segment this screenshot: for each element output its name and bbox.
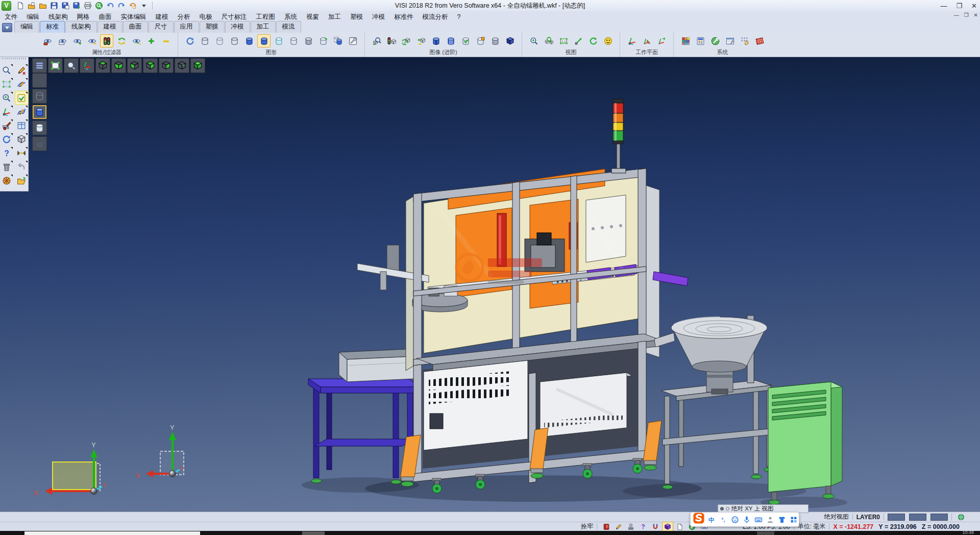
workplane-move-icon[interactable] xyxy=(655,34,668,47)
edit-attributes-icon[interactable] xyxy=(613,522,624,531)
ime-skin-icon[interactable] xyxy=(765,515,775,525)
mdi-restore-button[interactable]: ❐ xyxy=(964,12,969,18)
green-cabinet[interactable] xyxy=(768,382,842,505)
save-as-icon[interactable] xyxy=(60,1,70,11)
select-frame-icon[interactable] xyxy=(0,77,14,91)
tab-modeling[interactable]: 建模 xyxy=(97,21,122,33)
workplane-edit-icon[interactable] xyxy=(640,34,653,47)
validate-view-icon[interactable] xyxy=(459,34,472,47)
insert-file-icon[interactable] xyxy=(38,1,48,11)
view-iso-icon[interactable] xyxy=(175,58,189,73)
new-file-icon[interactable] xyxy=(15,1,26,11)
actual-size-icon[interactable]: 1:1 xyxy=(557,34,570,47)
dashed-hidden-mode-icon[interactable] xyxy=(228,34,241,47)
signal-tower[interactable] xyxy=(611,99,626,173)
zoom-dynamic-icon[interactable] xyxy=(0,91,14,105)
more-commands-icon[interactable] xyxy=(139,1,149,11)
perspective-icon[interactable] xyxy=(601,34,615,47)
workplane-icon[interactable] xyxy=(625,34,639,47)
ime-emoji-icon[interactable] xyxy=(730,515,740,525)
hidden-line-mode-icon[interactable] xyxy=(213,34,226,47)
shaded-edges-mode-icon[interactable] xyxy=(257,34,271,47)
attributes-paint-icon[interactable] xyxy=(41,34,54,47)
hatched-mode-icon[interactable] xyxy=(302,34,315,47)
add-image-icon[interactable] xyxy=(370,34,383,47)
ime-punctuation-icon[interactable]: °, xyxy=(718,515,728,525)
undo-step-icon[interactable] xyxy=(15,160,29,174)
ime-lang-zh-icon[interactable]: 中 xyxy=(706,515,717,525)
solid-cube-icon[interactable] xyxy=(503,34,517,47)
snap-icon[interactable] xyxy=(650,522,661,531)
edit-curve-icon[interactable] xyxy=(15,77,29,91)
show-all-icon[interactable] xyxy=(144,34,158,47)
render-shaded-icon[interactable] xyxy=(32,105,47,119)
doc-state-icon[interactable] xyxy=(674,522,685,531)
taskbar-window-segment[interactable] xyxy=(24,531,200,535)
menu-die[interactable]: 冲模 xyxy=(368,12,389,22)
globe-icon[interactable] xyxy=(955,512,967,522)
measure-icon[interactable] xyxy=(15,146,29,160)
save-icon[interactable] xyxy=(49,1,59,11)
navigator-icon[interactable] xyxy=(0,174,14,187)
ime-keyboard-icon[interactable] xyxy=(753,515,764,525)
export-icon[interactable] xyxy=(71,1,82,11)
grid-snap-icon[interactable] xyxy=(738,34,751,47)
regenerate-solid-icon[interactable] xyxy=(316,34,330,47)
ucs-icon[interactable] xyxy=(662,522,673,531)
layer-swatch-3[interactable] xyxy=(930,514,948,521)
taskbar-segment[interactable] xyxy=(302,531,325,535)
solid-view-icon[interactable] xyxy=(429,34,443,47)
active-layer-label[interactable]: LAYER0 xyxy=(856,514,880,521)
show-entities-icon[interactable] xyxy=(70,34,84,47)
dock-drag-handle[interactable] xyxy=(2,58,26,62)
edit-sketch-icon[interactable] xyxy=(15,63,29,77)
confirm-icon[interactable] xyxy=(15,91,29,105)
graphics-settings-icon[interactable] xyxy=(346,34,359,47)
mdi-close-button[interactable]: ✕ xyxy=(974,12,978,18)
selection-filter-icon[interactable] xyxy=(100,34,113,47)
striped-view-icon[interactable] xyxy=(444,34,457,47)
triad-view-icon[interactable] xyxy=(80,58,94,73)
machine-scene[interactable]: Y X Z Y X Z xyxy=(0,57,980,512)
color-palette-icon[interactable] xyxy=(679,34,692,47)
ime-toolbox-icon[interactable] xyxy=(789,515,799,525)
delete-icon[interactable] xyxy=(0,160,14,174)
edit-spline-icon[interactable] xyxy=(15,105,29,118)
refresh-image-icon[interactable] xyxy=(400,34,413,47)
viewport-menu-icon[interactable] xyxy=(32,58,47,73)
tab-moldflow[interactable]: 模流 xyxy=(276,21,301,33)
tab-surface[interactable]: 曲面 xyxy=(123,21,148,33)
image-visibility-icon[interactable] xyxy=(414,34,428,47)
fit-view-icon[interactable] xyxy=(48,58,63,73)
drafting-window-icon[interactable] xyxy=(15,118,29,132)
view-bottom-icon[interactable] xyxy=(111,58,126,73)
origin-gizmo[interactable]: Y X Z xyxy=(136,424,184,479)
render-hidden-icon[interactable] xyxy=(32,89,47,104)
view-radio-filled-icon[interactable] xyxy=(720,507,724,510)
ime-voice-icon[interactable] xyxy=(742,515,752,525)
print-icon[interactable] xyxy=(83,1,93,11)
minimize-button[interactable]: — xyxy=(940,2,947,10)
hatched-view-icon[interactable] xyxy=(488,34,502,47)
flat-mode-icon[interactable] xyxy=(287,34,300,47)
tab-edit[interactable]: 编辑 xyxy=(14,21,39,33)
taskbar-strip[interactable]: 10:48 xyxy=(0,531,980,535)
copy-graphics-icon[interactable] xyxy=(331,34,345,47)
solid-preview-icon[interactable] xyxy=(15,132,29,146)
menu-help[interactable]: ? xyxy=(453,12,465,21)
view-back-icon[interactable] xyxy=(143,58,158,73)
parts-bin[interactable] xyxy=(339,349,414,382)
view-top-icon[interactable] xyxy=(95,58,110,73)
regenerate-icon[interactable] xyxy=(0,132,14,146)
wireframe-mode-icon[interactable] xyxy=(198,34,211,47)
view-mode-label[interactable]: 绝对视图 xyxy=(824,513,849,521)
table-settings-icon[interactable] xyxy=(723,34,737,47)
menu-window[interactable]: 视窗 xyxy=(302,12,324,22)
tab-application[interactable]: 应用 xyxy=(174,21,199,33)
tab-wireframe[interactable]: 线架构 xyxy=(65,21,97,33)
open-project-icon[interactable] xyxy=(15,174,29,187)
close-button[interactable]: ✕ xyxy=(971,2,977,10)
toggle-visibility-icon[interactable] xyxy=(130,34,143,47)
view-front-icon[interactable] xyxy=(127,58,142,73)
snap-lock-label[interactable]: 拴牢 xyxy=(581,522,593,531)
